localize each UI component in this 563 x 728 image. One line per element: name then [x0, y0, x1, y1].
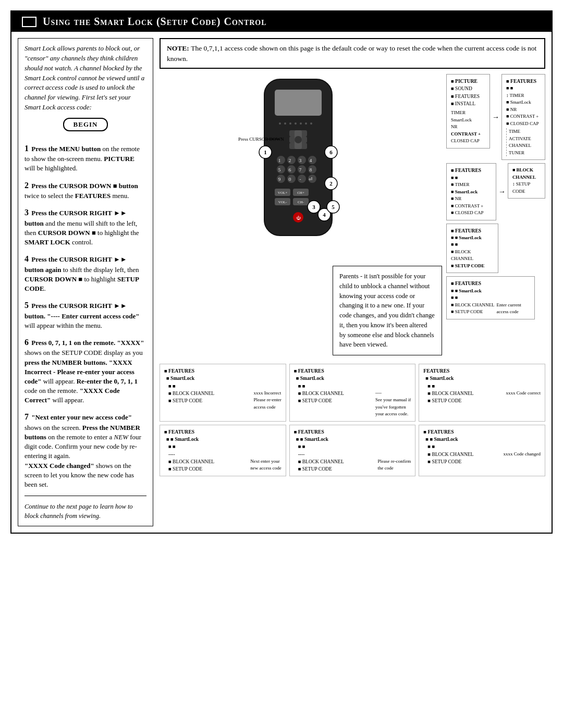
svg-text:⏎: ⏎	[309, 177, 313, 182]
svg-text:6: 6	[289, 167, 291, 172]
step-7: 7 "Next enter your new access code" show…	[25, 411, 146, 489]
svg-text:VOL+: VOL+	[278, 191, 287, 195]
panel-row-3: ■ FEATURES ■ ■ SmartLock ■ ■ ■ BLOCK CHA…	[446, 224, 545, 274]
svg-point-7	[305, 122, 307, 125]
left-column: Smart Lock allows parents to block out, …	[18, 38, 153, 526]
svg-text:4: 4	[323, 212, 326, 218]
svg-text:8: 8	[310, 167, 312, 172]
bottom-panel-6: ■ FEATURES ■ ■ SmartLock ■ ■ ■ BLOCK CHA…	[419, 425, 545, 477]
svg-text:2: 2	[329, 180, 333, 187]
note-label: NOTE:	[167, 44, 191, 52]
bottom-panel-4: ■ FEATURES ■ ■ SmartLock ■ ■ ---- ■ BLOC…	[160, 425, 286, 477]
smartlock-panel: ■ FEATURES ■ ■ SmartLock ■ ■ ■ BLOCK CHA…	[446, 224, 498, 274]
menu-panels-right: ■ PICTURE ■ SOUND ■ FEATURES ■ INSTALL T…	[446, 74, 545, 319]
step-1: 1 Press the MENU button on the remote to…	[25, 143, 146, 174]
svg-point-24	[298, 175, 306, 183]
right-column: NOTE: The 0,7,1,1 access code shown on t…	[160, 38, 545, 526]
svg-text:1: 1	[278, 158, 281, 163]
step-4: 4 Press the CURSOR RIGHT ►► button again…	[25, 253, 146, 293]
block-setup-panel: ■ BLOCK CHANNEL ↕ SETUP CODE	[508, 163, 545, 199]
svg-point-8	[310, 122, 312, 125]
svg-point-13	[295, 136, 302, 143]
svg-text:⏻: ⏻	[296, 216, 301, 220]
bottom-panel-2: ■ FEATURES ■ SmartLock ■ ■ ■ BLOCK CHANN…	[289, 364, 416, 422]
svg-point-2	[279, 122, 281, 125]
step-6: 6 Press 0, 7, 1, 1 on the remote. "XXXX"…	[25, 337, 146, 405]
svg-text:CH+: CH+	[297, 191, 304, 195]
svg-text:VOL-: VOL-	[278, 200, 287, 204]
bottom-panels: ■ FEATURES ■ SmartLock ■ ■ ■ BLOCK CHANN…	[160, 364, 545, 476]
title-bar: Using the Smart Lock (Setup Code) Contro…	[11, 11, 552, 32]
divider	[25, 496, 146, 496]
arrow-2: →	[498, 188, 506, 196]
svg-text:6: 6	[329, 149, 333, 155]
bottom-row-2: ■ FEATURES ■ ■ SmartLock ■ ■ ---- ■ BLOC…	[160, 425, 545, 477]
note-box: NOTE: The 0,7,1,1 access code shown on t…	[160, 38, 545, 69]
svg-point-6	[300, 122, 302, 125]
bottom-panel-1: ■ FEATURES ■ SmartLock ■ ■ ■ BLOCK CHANN…	[160, 364, 286, 422]
enter-code-panel: ■ FEATURES ■ ■ SmartLock ■ ■ ■ BLOCK CHA…	[446, 276, 535, 319]
main-content: Smart Lock allows parents to block out, …	[11, 32, 552, 533]
svg-text:0: 0	[289, 177, 291, 182]
arrow-1: →	[492, 113, 499, 121]
features-submenu-panel: ■ FEATURES ■ ■ ↕ TIMER ■ SmartLock ■ NR …	[501, 74, 545, 160]
svg-text:7: 7	[299, 167, 302, 172]
page-title: Using the Smart Lock (Setup Code) Contro…	[43, 16, 267, 28]
main-menu-panel: ■ PICTURE ■ SOUND ■ FEATURES ■ INSTALL T…	[446, 74, 490, 149]
remote-area: 1 2 3 4 5 6 7 8 9 0 - ⏎	[160, 74, 442, 262]
svg-rect-1	[275, 90, 322, 116]
tv-icon	[22, 17, 36, 27]
svg-text:2: 2	[289, 158, 291, 163]
svg-text:1: 1	[264, 149, 267, 155]
svg-point-4	[289, 122, 291, 125]
panel-row-4: ■ FEATURES ■ ■ SmartLock ■ ■ ■ BLOCK CHA…	[446, 276, 545, 319]
svg-point-5	[295, 122, 297, 125]
intro-text: Smart Lock allows parents to block out, …	[25, 44, 146, 113]
bottom-panel-3: FEATURES ■ SmartLock ■ ■ ■ BLOCK CHANNEL…	[419, 364, 545, 422]
svg-text:4: 4	[310, 158, 312, 163]
bottom-row-1: ■ FEATURES ■ SmartLock ■ ■ ■ BLOCK CHANN…	[160, 364, 545, 422]
remote-svg: 1 2 3 4 5 6 7 8 9 0 - ⏎	[233, 74, 369, 251]
svg-point-3	[284, 122, 286, 125]
bottom-panel-5: ■ FEATURES ■ ■ SmartLock ■ ■ ---- ■ BLOC…	[289, 425, 416, 477]
svg-text:3: 3	[312, 204, 315, 210]
svg-text:5: 5	[332, 204, 335, 210]
features-smartlock-panel: ■ FEATURES ■ ■ ■ TIMER ■ SmartLock ■ NR …	[446, 163, 496, 220]
svg-text:CH-: CH-	[298, 200, 304, 204]
begin-button: BEGIN	[63, 118, 108, 131]
step-3: 3 Press the CURSOR RIGHT ►► button and t…	[25, 207, 146, 247]
page-wrapper: Using the Smart Lock (Setup Code) Contro…	[10, 10, 553, 534]
panel-row-2: ■ FEATURES ■ ■ ■ TIMER ■ SmartLock ■ NR …	[446, 163, 545, 220]
italic-note: Continue to the next page to learn how t…	[25, 502, 146, 521]
step-5: 5 Press the CURSOR RIGHT ►► button. "---…	[25, 300, 146, 330]
parents-note: Parents - it isn't possible for your chi…	[333, 266, 442, 355]
svg-text:5: 5	[278, 167, 281, 172]
svg-text:-: -	[300, 177, 301, 182]
panel-row-1: ■ PICTURE ■ SOUND ■ FEATURES ■ INSTALL T…	[446, 74, 545, 160]
middle-section: 1 2 3 4 5 6 7 8 9 0 - ⏎	[160, 74, 545, 355]
step-2: 2 Press the CURSOR DOWN ■ button twice t…	[25, 180, 146, 201]
svg-text:3: 3	[299, 158, 302, 163]
svg-text:9: 9	[278, 177, 281, 182]
note-text: The 0,7,1,1 access code shown on this pa…	[167, 44, 536, 63]
remote-and-note: 1 2 3 4 5 6 7 8 9 0 - ⏎	[160, 74, 442, 355]
